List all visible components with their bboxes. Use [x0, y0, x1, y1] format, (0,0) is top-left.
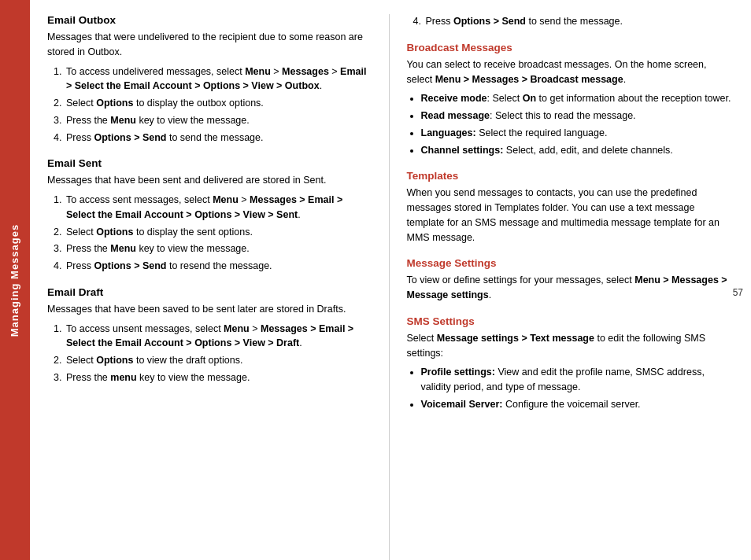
broadcast-messages-intro: You can select to receive broadcast mess…: [407, 57, 734, 87]
right-column: 57 Press Options > Send to send the mess…: [390, 14, 752, 560]
list-item: To access sent messages, select Menu > M…: [65, 193, 375, 223]
email-sent-intro: Messages that have been sent and deliver…: [47, 173, 375, 188]
list-item: Voicemail Server: Configure the voicemai…: [421, 397, 734, 412]
list-item: Read message: Select this to read the me…: [421, 109, 734, 123]
email-outbox-intro: Messages that were undelivered to the re…: [47, 30, 375, 60]
email-draft-heading: Email Draft: [47, 286, 375, 298]
list-item: Languages: Select the required language.: [421, 126, 734, 141]
message-settings-text: To view or define settings for your mess…: [407, 273, 734, 303]
list-item: Select Options to display the outbox opt…: [65, 96, 375, 111]
main-content: Email Outbox Messages that were undelive…: [30, 0, 751, 560]
page-number: 57: [733, 287, 743, 298]
list-item: Receive mode: Select On to get informati…: [421, 91, 734, 106]
broadcast-messages-heading: Broadcast Messages: [407, 42, 734, 53]
sms-settings-intro: Select Message settings > Text message t…: [407, 331, 734, 361]
list-item: Press the Menu key to view the message.: [65, 113, 375, 128]
list-item: Profile settings: View and edit the prof…: [421, 365, 734, 395]
continued-list: Press Options > Send to send the message…: [424, 14, 734, 29]
sms-settings-list: Profile settings: View and edit the prof…: [421, 365, 734, 411]
sidebar-label: Managing Messages: [9, 223, 21, 336]
email-outbox-heading: Email Outbox: [47, 14, 375, 26]
list-item: Press Options > Send to resend the messa…: [65, 259, 375, 274]
list-item: Press Options > Send to send the message…: [65, 131, 375, 146]
left-column: Email Outbox Messages that were undelive…: [30, 14, 390, 560]
list-item: To access undelivered messages, select M…: [65, 64, 375, 94]
sms-settings-heading: SMS Settings: [407, 315, 734, 327]
templates-text: When you send messages to contacts, you …: [407, 186, 734, 245]
list-item: Press the Menu key to view the message.: [65, 241, 375, 256]
email-sent-heading: Email Sent: [47, 157, 375, 169]
list-item: To access unsent messages, select Menu >…: [65, 322, 375, 352]
list-item: Channel settings: Select, add, edit, and…: [421, 143, 734, 158]
list-item: Press the menu key to view the message.: [65, 370, 375, 385]
sidebar: Managing Messages: [0, 0, 30, 560]
list-item: Press Options > Send to send the message…: [424, 14, 734, 29]
broadcast-messages-list: Receive mode: Select On to get informati…: [421, 91, 734, 157]
list-item: Select Options to display the sent optio…: [65, 225, 375, 240]
email-outbox-list: To access undelivered messages, select M…: [65, 64, 375, 146]
templates-heading: Templates: [407, 170, 734, 182]
email-draft-list: To access unsent messages, select Menu >…: [65, 322, 375, 385]
list-item: Select Options to view the draft options…: [65, 353, 375, 368]
email-sent-list: To access sent messages, select Menu > M…: [65, 193, 375, 274]
email-draft-intro: Messages that have been saved to be sent…: [47, 302, 375, 317]
message-settings-heading: Message Settings: [407, 257, 734, 269]
